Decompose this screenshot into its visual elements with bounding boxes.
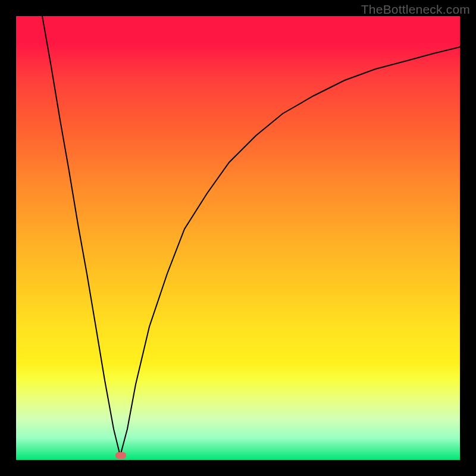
curve-left-branch <box>42 16 120 456</box>
curve-right-branch <box>120 47 460 456</box>
watermark-text: TheBottleneck.com <box>361 2 470 17</box>
optimal-point-marker <box>115 452 126 459</box>
bottleneck-curve <box>16 16 460 460</box>
chart-plot-area <box>16 16 460 460</box>
